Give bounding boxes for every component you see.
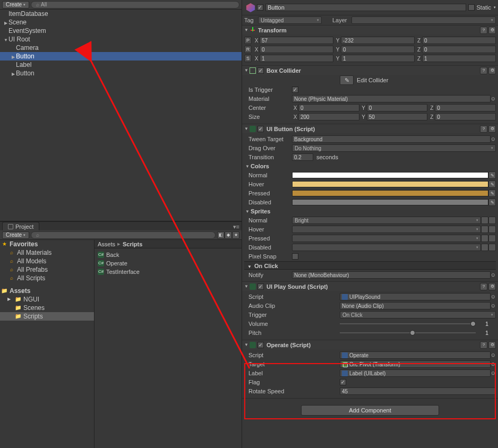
sprite-swap-icon[interactable] [481, 235, 488, 242]
volume-slider[interactable] [340, 321, 485, 327]
prs-R-button[interactable]: R [244, 46, 252, 53]
rotation-y-input[interactable]: 0 [341, 46, 415, 53]
asset-folder[interactable]: 📁Scenes [0, 304, 94, 312]
size-x-input[interactable]: 200 [298, 113, 359, 120]
scale-y-input[interactable]: 1 [341, 55, 415, 62]
fold-icon[interactable]: ▼ [244, 284, 250, 289]
hierarchy-item[interactable]: ▼UI Root [0, 35, 242, 44]
static-dropdown-icon[interactable]: ▾ [494, 5, 496, 10]
component-enable-checkbox[interactable] [257, 283, 264, 290]
position-z-input[interactable]: 0 [422, 37, 496, 44]
project-search-input[interactable]: ⌕ [31, 231, 216, 239]
hierarchy-item[interactable]: ▶Button [0, 52, 242, 61]
component-enable-checkbox[interactable] [257, 67, 264, 74]
project-tree[interactable]: ★Favorites⌕All Materials⌕All Models⌕All … [0, 240, 95, 448]
filter-type-icon[interactable]: ◧ [217, 231, 225, 239]
panel-menu-icon[interactable]: ▾≡ [233, 223, 239, 230]
label-field[interactable]: Label (UILabel) [340, 369, 491, 377]
eyedropper-icon[interactable]: ✎ [488, 189, 496, 197]
position-x-input[interactable]: 57 [260, 37, 333, 44]
sprite-clear-icon[interactable] [488, 235, 496, 242]
save-search-icon[interactable]: ★ [232, 231, 239, 239]
object-picker-icon[interactable]: ⊙ [491, 95, 496, 102]
scale-x-input[interactable]: 1 [260, 55, 333, 62]
object-picker-icon[interactable]: ⊙ [491, 293, 496, 300]
sprite-normal-dropdown[interactable]: Bright [292, 217, 481, 224]
notify-field[interactable]: None (MonoBehaviour) [292, 271, 491, 279]
hierarchy-item[interactable]: EventSystem [0, 27, 242, 35]
object-picker-icon[interactable]: ⊙ [491, 369, 496, 377]
favorite-item[interactable]: ⌕All Materials [0, 248, 94, 257]
help-icon[interactable]: ? [480, 67, 487, 74]
sprite-swap-icon[interactable] [481, 226, 488, 233]
edit-collider-button[interactable]: ✎ [340, 75, 354, 85]
sprite-swap-icon[interactable] [481, 244, 488, 251]
breadcrumb[interactable]: Assets ▸ Scripts [95, 240, 242, 248]
size-z-input[interactable]: 0 [435, 113, 496, 120]
favorite-item[interactable]: ⌕All Prefabs [0, 265, 94, 274]
help-icon[interactable]: ? [480, 283, 487, 290]
color-pressed-field[interactable] [292, 190, 488, 196]
pitch-slider[interactable] [340, 330, 485, 336]
hierarchy-search-input[interactable]: ⌕ All [31, 1, 239, 8]
help-icon[interactable]: ? [480, 125, 487, 133]
transition-input[interactable]: 0.2 [292, 153, 313, 161]
favorite-item[interactable]: ⌕All Models [0, 257, 94, 265]
asset-folder[interactable]: 📁Scripts [0, 312, 94, 321]
prs-P-button[interactable]: P [244, 37, 252, 44]
component-enable-checkbox[interactable] [257, 126, 264, 132]
sprite-hover-dropdown[interactable] [292, 226, 481, 233]
sprite-clear-icon[interactable] [488, 226, 496, 233]
size-y-input[interactable]: 50 [367, 113, 428, 120]
tag-dropdown[interactable]: Untagged [258, 16, 322, 24]
material-field[interactable]: None (Physic Material) [292, 95, 491, 102]
trigger-dropdown[interactable]: On Click [340, 311, 496, 318]
inspector-panel[interactable]: Button Static ▾ Tag Untagged Layer ▼ [242, 0, 498, 448]
hierarchy-panel[interactable]: ItemDatabase▶Scene EventSystem▼UI Root C… [0, 10, 242, 221]
gear-icon[interactable]: ⚙ [488, 283, 496, 290]
gameobject-active-checkbox[interactable] [257, 4, 263, 11]
add-component-button[interactable]: Add Component [301, 405, 439, 416]
fold-icon[interactable]: ▼ [244, 126, 250, 131]
position-y-input[interactable]: -232 [341, 37, 415, 44]
hierarchy-create-button[interactable]: Create [2, 1, 29, 8]
rotation-z-input[interactable]: 0 [422, 46, 496, 53]
sprite-clear-icon[interactable] [488, 217, 496, 224]
layer-dropdown[interactable] [351, 16, 496, 24]
gameobject-icon[interactable] [244, 1, 257, 14]
gear-icon[interactable]: ⚙ [488, 67, 496, 74]
gear-icon[interactable]: ⚙ [488, 125, 496, 133]
help-icon[interactable]: ? [480, 341, 487, 349]
project-file-list[interactable]: C# BackC# OperateC# TestInterface [95, 248, 242, 448]
eyedropper-icon[interactable]: ✎ [488, 199, 496, 206]
drag-over-dropdown[interactable]: Do Nothing [292, 144, 496, 152]
gear-icon[interactable]: ⚙ [488, 27, 496, 34]
file-item[interactable]: C# TestInterface [96, 268, 241, 276]
static-checkbox[interactable] [468, 4, 475, 11]
eyedropper-icon[interactable]: ✎ [488, 171, 496, 179]
favorite-item[interactable]: ⌕All Scripts [0, 274, 94, 282]
fold-icon[interactable]: ▼ [244, 342, 250, 347]
pixel-snap-checkbox[interactable] [292, 253, 298, 260]
scale-z-input[interactable]: 1 [422, 55, 496, 62]
flag-checkbox[interactable] [340, 379, 346, 385]
project-tab[interactable]: Project [2, 222, 39, 230]
file-item[interactable]: C# Back [96, 251, 241, 259]
project-create-button[interactable]: Create [2, 231, 29, 239]
color-normal-field[interactable] [292, 172, 488, 178]
audioclip-field[interactable]: None (Audio Clip) [340, 302, 491, 309]
center-x-input[interactable]: 0 [298, 104, 359, 111]
target-field[interactable]: Orc Pivot (Transform) [340, 360, 491, 368]
file-item[interactable]: C# Operate [96, 259, 241, 268]
center-z-input[interactable]: 0 [435, 104, 496, 111]
gameobject-name-input[interactable]: Button [265, 4, 466, 11]
object-picker-icon[interactable]: ⊙ [491, 351, 496, 359]
eyedropper-icon[interactable]: ✎ [488, 180, 496, 188]
hierarchy-item[interactable]: ▶Button [0, 69, 242, 77]
prs-S-button[interactable]: S [244, 55, 252, 62]
rotation-x-input[interactable]: 0 [260, 46, 333, 53]
script-field[interactable]: Operate [340, 351, 491, 359]
hierarchy-item[interactable]: ▶Scene [0, 18, 242, 27]
hierarchy-item[interactable]: ItemDatabase [0, 10, 242, 18]
is-trigger-checkbox[interactable] [292, 87, 298, 93]
